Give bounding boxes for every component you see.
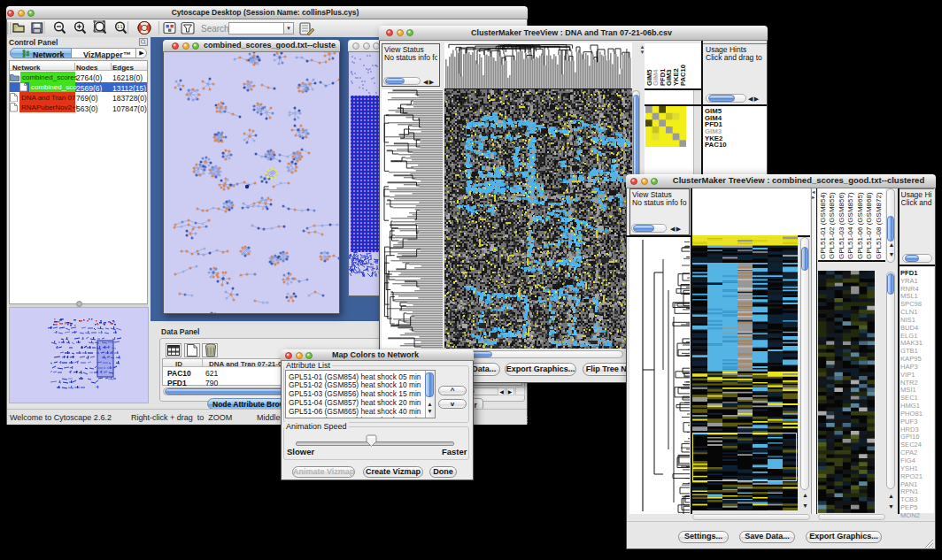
svg-text:1:1: 1:1 (117, 25, 123, 29)
